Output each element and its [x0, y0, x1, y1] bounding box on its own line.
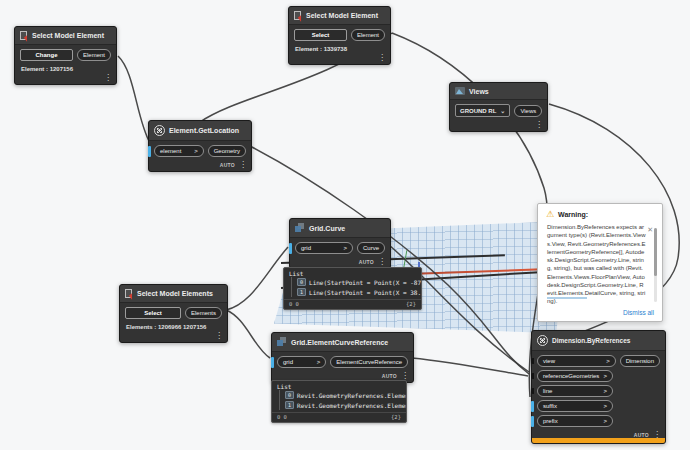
grid-node-icon: [277, 337, 287, 347]
list-count-indicator: {2}: [406, 301, 416, 307]
wire-selectelements-to-gridecr[interactable]: [226, 310, 270, 358]
list-item-value: Line(StartPoint = Point(X = -87.: [309, 279, 421, 286]
list-item-value: Line(StartPoint = Point(X = 38..: [309, 289, 421, 296]
list-item[interactable]: 0 Revit.GeometryReferences.ElementC: [282, 390, 406, 400]
node-title: Select Model Element: [306, 12, 378, 19]
node-header[interactable]: Element.GetLocation: [149, 121, 251, 141]
element-id-value: Element : 1207156: [20, 64, 111, 73]
more-options-icon[interactable]: ⋮: [401, 373, 409, 379]
warning-message: Dimension.ByReferences expects argument …: [538, 222, 662, 306]
warning-title: Warning:: [558, 211, 588, 218]
output-port-curve[interactable]: Curve: [357, 242, 385, 254]
select-element-icon: [20, 31, 28, 40]
more-options-icon[interactable]: ⋮: [378, 55, 386, 61]
node-header[interactable]: Dimension.ByReferences: [532, 331, 665, 351]
wire-selectelements-to-gridcurve[interactable]: [226, 247, 288, 310]
output-port-dimension[interactable]: Dimension: [620, 355, 660, 367]
connected-port-nub: [531, 358, 534, 364]
lacing-label[interactable]: AUTO: [220, 162, 235, 168]
input-port-marker: [271, 357, 274, 368]
node-title: Select Model Elements: [137, 290, 213, 297]
output-port-views[interactable]: Views: [514, 105, 542, 117]
node-element-getlocation[interactable]: Element.GetLocation element Geometry AUT…: [148, 120, 252, 172]
input-port-suffix[interactable]: suffix: [537, 400, 613, 412]
index-badge: 1: [285, 401, 294, 409]
input-port-referencegeometries[interactable]: referenceGeometries: [537, 370, 613, 382]
list-item-value: Revit.GeometryReferences.ElementC: [297, 402, 406, 409]
list-header: List: [272, 381, 406, 390]
dismiss-all-link[interactable]: Dismiss all: [623, 309, 654, 316]
warning-popup[interactable]: ⚠ Warning: ✕ Dimension.ByReferences expe…: [537, 203, 663, 322]
preview-bubble-lines[interactable]: List 0 Line(StartPoint = Point(X = -87. …: [283, 267, 422, 310]
output-port-element[interactable]: Element: [351, 29, 385, 41]
input-port-grid[interactable]: grid: [277, 356, 326, 368]
node-grid-curve[interactable]: Grid.Curve grid Curve AUTO ⋮: [289, 218, 391, 269]
node-header[interactable]: Grid.Curve: [290, 219, 390, 238]
grid-node-icon: [295, 223, 305, 233]
change-button[interactable]: Change: [20, 49, 73, 61]
connected-port-nub: [531, 373, 534, 379]
node-header[interactable]: Select Model Element: [15, 27, 116, 45]
output-port-element[interactable]: Element: [77, 49, 111, 61]
preview-bubble-references[interactable]: List 0 Revit.GeometryReferences.ElementC…: [271, 380, 407, 423]
input-port-marker: [148, 146, 151, 157]
warning-underline: [547, 297, 587, 299]
more-options-icon[interactable]: ⋮: [104, 75, 112, 81]
wire-select1-to-getlocation[interactable]: [118, 56, 150, 143]
list-item[interactable]: 1 Line(StartPoint = Point(X = 38..: [294, 287, 421, 297]
elements-id-value: Elements : 1206966 1207156: [125, 322, 222, 331]
node-header[interactable]: Views: [450, 83, 547, 100]
more-options-icon[interactable]: ⋮: [535, 122, 543, 128]
node-select-model-element-1[interactable]: Select Model Element Change Element Elem…: [14, 26, 117, 85]
list-item[interactable]: 1 Revit.GeometryReferences.ElementC: [282, 400, 406, 410]
lacing-label[interactable]: AUTO: [382, 373, 397, 379]
wire-gridecr-to-dimension[interactable]: [412, 358, 528, 376]
lacing-label[interactable]: AUTO: [359, 259, 374, 265]
output-port-elements[interactable]: Elements: [185, 307, 222, 319]
warning-scrollbar[interactable]: [654, 228, 657, 302]
input-port-prefix[interactable]: prefix: [537, 415, 613, 427]
input-port-marker: [289, 243, 292, 254]
view-dropdown[interactable]: GROUND RL: [455, 104, 510, 117]
package-node-icon: [537, 335, 548, 346]
element-id-value: Element : 1339738: [294, 44, 385, 53]
views-icon: [455, 87, 465, 95]
output-port-geometry[interactable]: Geometry: [208, 145, 246, 157]
output-port-elementcurvereference[interactable]: ElementCurveReference: [330, 356, 408, 368]
node-dimension-byreferences[interactable]: Dimension.ByReferences view Dimension re…: [531, 330, 666, 444]
node-header[interactable]: Grid.ElementCurveReference: [272, 333, 413, 352]
node-select-model-element-2[interactable]: Select Model Element Select Element Elem…: [288, 6, 391, 65]
more-options-icon[interactable]: ⋮: [378, 259, 386, 265]
select-element-icon: [294, 11, 302, 20]
node-grid-elementcurvereference[interactable]: Grid.ElementCurveReference grid ElementC…: [271, 332, 414, 383]
connected-port-nub: [531, 388, 534, 394]
list-header: List: [284, 268, 421, 277]
list-level-indicator[interactable]: 0 0: [289, 301, 299, 307]
input-port-line[interactable]: line: [537, 385, 613, 397]
node-select-model-elements[interactable]: Select Model Elements Select Elements El…: [119, 284, 228, 343]
node-title: Element.GetLocation: [169, 127, 239, 134]
list-item-value: Revit.GeometryReferences.ElementC: [297, 392, 406, 399]
node-title: Select Model Element: [32, 32, 104, 39]
warning-state-bar: [532, 438, 665, 443]
node-header[interactable]: Select Model Element: [289, 7, 390, 25]
list-item[interactable]: 0 Line(StartPoint = Point(X = -87.: [294, 277, 421, 287]
index-badge: 0: [285, 391, 294, 399]
list-level-indicator[interactable]: 0 0: [277, 414, 287, 420]
node-views[interactable]: Views GROUND RL Views ⋮: [449, 82, 548, 132]
input-port-element[interactable]: element: [154, 145, 204, 157]
default-value-port-marker: [531, 401, 534, 412]
close-icon[interactable]: ✕: [647, 226, 653, 234]
select-elements-icon: [125, 289, 133, 298]
node-title: Views: [469, 88, 489, 95]
select-button[interactable]: Select: [294, 29, 347, 41]
more-options-icon[interactable]: ⋮: [215, 333, 223, 339]
input-port-view[interactable]: view: [537, 355, 616, 367]
input-port-grid[interactable]: grid: [295, 242, 353, 254]
list-count-indicator: {2}: [391, 414, 401, 420]
select-button[interactable]: Select: [125, 307, 181, 319]
more-options-icon[interactable]: ⋮: [239, 162, 247, 168]
node-header[interactable]: Select Model Elements: [120, 285, 227, 303]
default-value-port-marker: [531, 416, 534, 427]
index-badge: 0: [297, 278, 306, 286]
